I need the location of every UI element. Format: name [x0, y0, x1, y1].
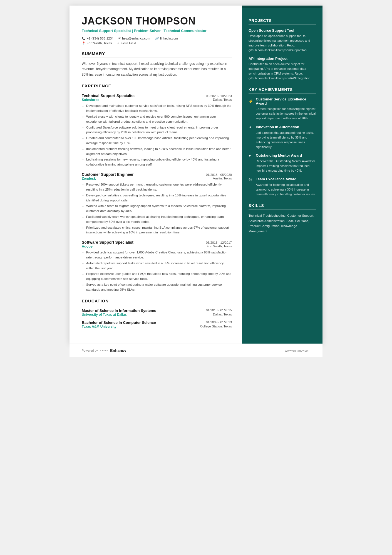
location-icon: 📍 [82, 41, 86, 45]
exp-bullets-0: Developed and maintained customer servic… [82, 103, 232, 167]
project-entry-1: API Integration Project Contributed to a… [249, 56, 316, 81]
achievement-desc-2: Received the Outstanding Mentor Award fo… [249, 159, 316, 173]
achievement-header-0: ⚡ Customer Service Excellence Award [249, 97, 316, 105]
bullet-2-0: Provided technical support for over 1,00… [86, 250, 232, 260]
exp-bullets-2: Provided technical support for over 1,00… [82, 250, 232, 292]
exp-company-row-0: Salesforce Dallas, Texas [82, 98, 232, 102]
bullet-1-1: Developed consultative cross-selling tec… [86, 193, 232, 203]
bullet-1-2: Worked with a team to migrate legacy sup… [86, 204, 232, 214]
linkedin-icon: 🔗 [155, 37, 159, 40]
footer-website: www.enhancv.com [285, 349, 310, 352]
summary-divider [82, 58, 232, 58]
contact-extra: ☆ Extra Field [117, 41, 136, 45]
bullet-0-5: Led training sessions for new recruits, … [86, 157, 232, 167]
bullet-1-4: Prioritized and escalated critical cases… [86, 225, 232, 235]
project-desc-0: Developed an open-source support tool to… [249, 34, 316, 53]
achievement-title-1: Innovation in Automation [256, 125, 299, 129]
exp-company-1: Zendesk [82, 177, 96, 181]
achievement-desc-0: Earned recognition for achieving the hig… [249, 107, 316, 121]
achievement-entry-0: ⚡ Customer Service Excellence Award Earn… [249, 97, 316, 121]
edu-header-0: Master of Science in Information Systems… [82, 309, 232, 313]
exp-header-2: Software Support Specialist 06/2015 - 12… [82, 240, 232, 245]
exp-header-1: Customer Support Engineer 01/2018 - 05/2… [82, 172, 232, 177]
education-section: EDUCATION Master of Science in Informati… [82, 299, 232, 329]
bullet-0-3: Created and contributed to over 100 know… [86, 136, 232, 146]
exp-entry-0: Technical Support Specialist 06/2020 - 1… [82, 93, 232, 167]
bullet-0-1: Worked closely with clients to identify … [86, 114, 232, 124]
education-divider [82, 305, 232, 305]
achievement-header-3: ◎ Team Excellence Award [249, 177, 316, 181]
exp-header-0: Technical Support Specialist 06/2020 - 1… [82, 93, 232, 98]
bullet-0-2: Configured Salesforce software solutions… [86, 125, 232, 135]
exp-dates-0: 06/2020 - 10/2023 [206, 94, 232, 98]
experience-title: EXPERIENCE [82, 83, 232, 88]
achievements-section: KEY ACHIEVEMENTS ⚡ Customer Service Exce… [249, 87, 316, 197]
contact-row: 📞 +1-(234)-555-1234 ✉ help@enhancv.com 🔗… [82, 37, 232, 40]
achievement-title-0: Customer Service Excellence Award [256, 97, 316, 105]
exp-entry-1: Customer Support Engineer 01/2018 - 05/2… [82, 172, 232, 235]
achievement-icon-2: ♥ [249, 153, 254, 158]
star-icon: ☆ [117, 41, 120, 45]
exp-dates-2: 06/2015 - 12/2017 [206, 241, 232, 244]
bullet-0-0: Developed and maintained customer servic… [86, 103, 232, 114]
summary-section: SUMMARY With over 6 years in technical s… [82, 51, 232, 77]
achievement-icon-1: ✦ [249, 125, 254, 129]
phone-icon: 📞 [82, 37, 86, 40]
skills-text: Technical Troubleshooting, Customer Supp… [249, 213, 316, 234]
exp-location-0: Dallas, Texas [213, 98, 232, 102]
edu-degree-0: Master of Science in Information Systems [82, 309, 156, 313]
contact-linkedin: 🔗 linkedin.com [155, 37, 178, 40]
edu-school-row-0: University of Texas at Dallas Dallas, Te… [82, 313, 232, 317]
skills-divider [249, 209, 316, 210]
skills-section: SKILLS Technical Troubleshooting, Custom… [249, 203, 316, 234]
contact-email: ✉ help@enhancv.com [118, 37, 150, 40]
summary-text: With over 6 years in technical support, … [82, 61, 232, 77]
project-title-0: Open Source Support Tool [249, 28, 316, 33]
achievement-title-2: Outstanding Mentor Award [256, 153, 302, 157]
project-entry-0: Open Source Support Tool Developed an op… [249, 28, 316, 53]
exp-company-row-2: Adobe Fort Worth, Texas [82, 245, 232, 248]
achievements-title: KEY ACHIEVEMENTS [249, 87, 316, 92]
exp-location-2: Fort Worth, Texas [207, 245, 232, 248]
achievement-entry-2: ♥ Outstanding Mentor Award Received the … [249, 153, 316, 173]
projects-divider [249, 24, 316, 25]
achievement-desc-1: Led a project that automated routine tas… [249, 130, 316, 149]
achievement-entry-3: ◎ Team Excellence Award Awarded for fost… [249, 177, 316, 197]
achievement-header-1: ✦ Innovation in Automation [249, 125, 316, 129]
education-title: EDUCATION [82, 299, 232, 303]
edu-location-1: College Station, Texas [200, 325, 232, 329]
email-icon: ✉ [118, 37, 121, 40]
exp-title-0: Technical Support Specialist [82, 93, 135, 98]
exp-title-2: Software Support Specialist [82, 240, 133, 245]
enhancv-logo-icon [100, 348, 108, 353]
projects-section: PROJECTS Open Source Support Tool Develo… [249, 18, 316, 81]
experience-divider [82, 90, 232, 90]
achievement-title-3: Team Excellence Award [256, 177, 296, 181]
edu-dates-0: 01/2013 - 01/2015 [206, 309, 232, 313]
summary-title: SUMMARY [82, 51, 232, 56]
exp-company-2: Adobe [82, 245, 93, 248]
footer-left: Powered by Enhancv [82, 348, 126, 353]
achievement-entry-1: ✦ Innovation in Automation Led a project… [249, 125, 316, 149]
edu-entry-0: Master of Science in Information Systems… [82, 309, 232, 317]
achievement-icon-3: ◎ [249, 177, 254, 181]
exp-title-1: Customer Support Engineer [82, 172, 134, 177]
bullet-2-1: Automated repetitive support tasks which… [86, 261, 232, 271]
footer-powered-by: Powered by [82, 349, 98, 352]
contact-row-2: 📍 Fort Worth, Texas ☆ Extra Field [82, 41, 232, 45]
edu-school-0: University of Texas at Dallas [82, 313, 127, 317]
achievement-desc-3: Awarded for fostering collaboration and … [249, 182, 316, 197]
bullet-2-3: Served as a key point of contact during … [86, 282, 232, 292]
header-title: Technical Support Specialist | Problem-S… [82, 28, 232, 33]
left-column: JACKSON THOMPSON Technical Support Speci… [70, 6, 242, 344]
contact-phone: 📞 +1-(234)-555-1234 [82, 37, 113, 40]
exp-bullets-1: Resolved 300+ support tickets per month,… [82, 182, 232, 235]
exp-location-1: Austin, Texas [213, 177, 232, 181]
project-desc-1: Contributed to an open-source project fo… [249, 62, 316, 81]
edu-degree-1: Bachelor of Science in Computer Science [82, 320, 156, 325]
skills-title: SKILLS [249, 203, 316, 208]
contact-location: 📍 Fort Worth, Texas [82, 41, 112, 45]
bullet-2-2: Prepared extensive user guides and FAQs … [86, 272, 232, 282]
edu-location-0: Dallas, Texas [213, 313, 232, 317]
achievement-icon-0: ⚡ [249, 99, 254, 103]
